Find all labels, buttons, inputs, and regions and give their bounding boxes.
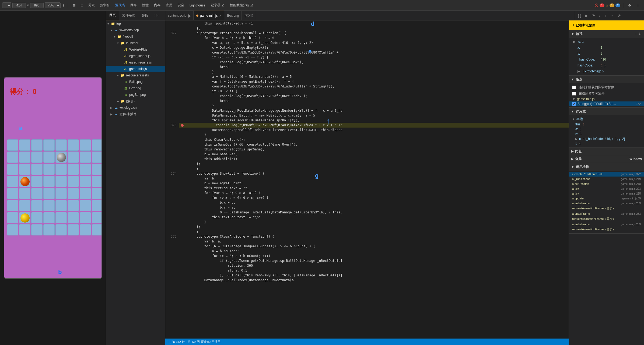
tab-overrides[interactable]: 替换	[138, 11, 151, 20]
tree-node-label: resource/assets	[126, 73, 149, 77]
toolbar-recorder-btn[interactable]: 记录器 ⊿	[209, 2, 227, 8]
grid-cell	[7, 212, 18, 223]
tree-arrow-icon: ▼	[113, 35, 117, 38]
call-stack-item[interactable]: a.enterFramegame-min.js:283	[569, 201, 644, 206]
grid-cell	[43, 200, 55, 211]
tree-node-pngBtn-png[interactable]: 🖼pngBtn.png	[106, 91, 165, 98]
call-stack-item[interactable]: a.tickgame-min.js:215	[569, 191, 644, 196]
tree-node-www-orz2-top[interactable]: ▼☁www.orz2.top	[106, 27, 165, 33]
tree-node-----[interactable]: ▶📁(索引)	[106, 98, 165, 104]
tree-node-fiveball[interactable]: ▼📁fiveball	[106, 33, 165, 40]
scope-arrow-icon: ▼	[571, 110, 574, 113]
refresh-watch-btn[interactable]: ↻	[639, 32, 642, 36]
line-number	[166, 132, 177, 137]
call-stack-header[interactable]: ▼ 调用堆栈	[569, 163, 644, 171]
toolbar-device-btn[interactable]: □	[79, 3, 85, 8]
callstack-label: 调用堆栈	[576, 165, 589, 169]
tree-node-Balls-png[interactable]: 🖼Balls.png	[106, 79, 165, 85]
zoom-select[interactable]: 75%	[45, 2, 61, 8]
call-stack-item[interactable]: requestAnimationFrame（异步）	[569, 206, 644, 211]
tab-webpage[interactable]: 网页	[106, 11, 119, 20]
uncaught-exception-checkbox[interactable]	[572, 86, 576, 89]
toolbar-sources-btn[interactable]: 源代码	[113, 2, 127, 8]
call-stack-item[interactable]: a.setPositiongame-min.js:218	[569, 181, 644, 186]
ball-gray	[57, 153, 66, 162]
tree-node-label: pngBtn.png	[129, 93, 146, 97]
call-stack-item[interactable]: requestAnimationFrame（异步）	[569, 216, 644, 222]
debugger-panel: ⏸ 已在断点暂停 ▼ 监视 + ↻ ▶ c: a	[569, 20, 644, 345]
call-stack-item[interactable]: a.enterFramegame-min.js:283	[569, 222, 644, 227]
tree-node-wx-qlogo-cn[interactable]: ▶☁wx.qlogo.cn	[106, 104, 165, 111]
scope-header[interactable]: ▼ 作用域	[569, 108, 644, 115]
uncaught-exception-label: 遇到未捕获的异常时暂停	[579, 85, 614, 90]
toolbar-console-btn[interactable]: 控制台	[98, 2, 112, 8]
tree-node-Box-png[interactable]: 🖼Box.png	[106, 85, 165, 91]
close-game-min-tab[interactable]: ✕	[219, 14, 221, 17]
call-fn-name: a.enterFrame	[572, 202, 590, 205]
grid-cell	[68, 164, 79, 175]
width-input[interactable]	[12, 3, 26, 8]
tab-game-min[interactable]: game-min.js ✕	[194, 11, 224, 20]
settings-btn[interactable]: ⚙	[626, 3, 633, 8]
call-stack-item[interactable]: a.enterFramegame-min.js:283	[569, 211, 644, 216]
call-stack-item[interactable]: requestAnimationFrame（异步）	[569, 227, 644, 232]
call-stack-item[interactable]: a.tickgame-min.js:223	[569, 186, 644, 191]
tree-node-resource-assets[interactable]: ▼📁resource/assets	[106, 72, 165, 79]
step-over-btn[interactable]: ↷	[590, 13, 596, 18]
toolbar-perf-insights-btn[interactable]: 性能数据分析 ⊿	[228, 2, 256, 8]
bp-checkbox-1[interactable]	[572, 102, 576, 106]
tab-more-sources[interactable]: >>	[151, 11, 162, 20]
more-options-btn[interactable]: ⋮	[634, 3, 642, 8]
line-number	[166, 55, 177, 60]
format-btn[interactable]: { }	[576, 13, 583, 18]
step-out-btn[interactable]: ↑	[603, 13, 608, 18]
toolbar-performance-btn[interactable]: 性能	[140, 2, 151, 8]
code-line: b = new egret.Point;	[179, 181, 569, 186]
bp-active-item[interactable]: String(c.x)+"Y\uff1a"+Stri... 372	[569, 101, 644, 106]
tree-file-icon: 🖼	[123, 86, 128, 90]
breakpoints-header[interactable]: ▼ 断点	[569, 76, 644, 83]
tree-node-egret-require-js[interactable]: JSegret_require.js	[106, 59, 165, 66]
exception-checkbox[interactable]	[572, 92, 576, 96]
more-device-icon[interactable]: ⋮	[62, 3, 65, 7]
toolbar-network-btn[interactable]: 网络	[128, 2, 139, 8]
height-input[interactable]	[30, 3, 44, 8]
toolbar-memory-btn[interactable]: 内存	[152, 2, 163, 8]
tree-node-WeixinAPI-js[interactable]: JSWeixinAPI.js	[106, 46, 165, 53]
bp-arrow-icon: ▼	[572, 97, 575, 101]
tree-node-game-min-js[interactable]: JSgame-min.js	[106, 66, 165, 72]
tab-content-script[interactable]: content-script.js	[165, 11, 194, 20]
step-into-btn[interactable]: ↓	[597, 13, 602, 18]
resume-btn[interactable]: ▶	[584, 13, 589, 18]
closure-header[interactable]: ▶ 闭包	[569, 147, 644, 155]
grid-cell	[43, 176, 55, 187]
tab-filesystem[interactable]: 文件系统	[119, 11, 138, 20]
add-watch-btn[interactable]: +	[635, 32, 637, 36]
toolbar-security-btn[interactable]: 安全	[176, 2, 186, 8]
tree-node-------[interactable]: ▶☁壹伴·小插件	[106, 111, 165, 117]
tab-index[interactable]: (索引)	[242, 11, 256, 20]
call-stack-item[interactable]: c.createRandThreeBallgame-min.js:372	[569, 172, 644, 177]
tree-node-launcher[interactable]: ▼📁launcher	[106, 40, 165, 46]
code-area[interactable]: 372373374375 this._pointClicked.y = -1 }…	[165, 20, 569, 339]
code-line: var b, a;	[179, 239, 569, 244]
step-btn[interactable]: →	[609, 13, 615, 18]
grid-cell	[31, 152, 43, 163]
tree-file-icon: 📁	[120, 41, 125, 45]
line-number	[166, 36, 177, 40]
tab-box-png[interactable]: Box.png	[224, 11, 242, 20]
call-stack-item[interactable]: a.updategame-min.js:35	[569, 196, 644, 201]
tree-node-top[interactable]: ▼📁top	[106, 20, 165, 27]
toolbar-application-btn[interactable]: 应用	[164, 2, 174, 8]
deactivate-breakpoints-btn[interactable]: ⊘	[616, 13, 622, 18]
global-value-preview: Window	[629, 157, 642, 161]
global-header[interactable]: ▶ 全局 Window	[569, 155, 644, 163]
line-number	[166, 195, 177, 200]
tree-node-egret-loader-js[interactable]: JSegret_loader.js	[106, 53, 165, 59]
device-selector[interactable]: 尺寸: iPhone XR ▼	[2, 2, 11, 8]
toolbar-inspect-btn[interactable]: ⊡	[71, 3, 78, 8]
toolbar-lighthouse-btn[interactable]: Lighthouse	[187, 3, 208, 8]
toolbar-elements-btn[interactable]: 元素	[86, 2, 97, 8]
call-stack-item[interactable]: a._runActionsgame-min.js:219	[569, 177, 644, 181]
watch-header[interactable]: ▼ 监视 + ↻	[569, 30, 644, 38]
